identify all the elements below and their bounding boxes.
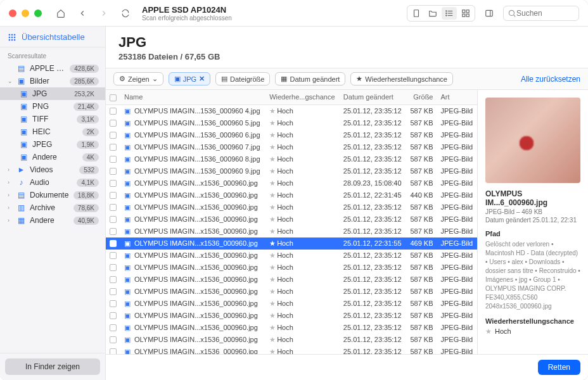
- sidebar-item-jpg[interactable]: ▣JPG253,2K: [0, 87, 105, 100]
- table-row[interactable]: ▣OLYMPUS IMAGIN...x1536_000960.jpg★Hoch2…: [106, 334, 477, 346]
- search-input[interactable]: [516, 9, 567, 18]
- row-checkbox[interactable]: [110, 264, 117, 271]
- table-row[interactable]: ▣OLYMPUS IMAGIN...1536_000960 7.jpg★Hoch…: [106, 141, 477, 153]
- table-row[interactable]: ▣OLYMPUS IMAGIN...x1536_000960.jpg★Hoch2…: [106, 225, 477, 238]
- chevron-icon[interactable]: ›: [8, 217, 13, 224]
- reset-filters-link[interactable]: Alle zurücksetzen: [521, 75, 580, 84]
- sidebar-item-videos[interactable]: ›►Videos532: [0, 163, 105, 176]
- sidebar-item-andere[interactable]: ▣Andere4K: [0, 151, 105, 163]
- row-checkbox[interactable]: [110, 180, 117, 187]
- remove-filter-icon[interactable]: ✕: [199, 75, 205, 83]
- search-field[interactable]: [503, 6, 579, 21]
- row-checkbox[interactable]: [110, 120, 117, 127]
- row-checkbox[interactable]: [110, 312, 117, 319]
- chevron-icon[interactable]: ›: [8, 179, 13, 186]
- sidebar-item-png[interactable]: ▣PNG21,4K: [0, 100, 105, 113]
- chevron-icon[interactable]: ›: [8, 192, 13, 198]
- view-document-icon[interactable]: [409, 7, 424, 20]
- sidebar-item-dokumente[interactable]: ›▤Dokumente18,8K: [0, 189, 105, 201]
- sidebar-item-archive[interactable]: ›▥Archive78,6K: [0, 201, 105, 214]
- table-row[interactable]: ▣OLYMPUS IMAGIN...x1536_000960.jpg★Hoch2…: [106, 262, 477, 274]
- table-row[interactable]: ▣OLYMPUS IMAGIN...x1536_000960.jpg★Hoch2…: [106, 201, 477, 213]
- row-checkbox[interactable]: [110, 108, 117, 115]
- filter-size-chip[interactable]: ▤ Dateigröße: [215, 72, 270, 86]
- file-date: 25.01.12, 23:35:12: [340, 298, 406, 310]
- file-name: OLYMPUS IMAGIN...1536_000960 8.jpg: [134, 155, 260, 163]
- row-checkbox[interactable]: [110, 192, 117, 199]
- file-type: JPEG-Bild: [437, 165, 477, 177]
- view-folder-icon[interactable]: [425, 7, 440, 20]
- sidebar-item-andere[interactable]: ›▦Andere40,9K: [0, 214, 105, 227]
- overview-table-link[interactable]: Übersichtstabelle: [0, 27, 105, 48]
- home-button[interactable]: [53, 6, 68, 21]
- row-checkbox[interactable]: [110, 132, 117, 139]
- refresh-icon[interactable]: [118, 6, 133, 21]
- sidebar-item-tiff[interactable]: ▣TIFF3,1K: [0, 113, 105, 125]
- file-icon: ▣: [124, 348, 132, 354]
- filter-date-chip[interactable]: ▦ Datum geändert: [275, 72, 345, 86]
- row-checkbox[interactable]: [110, 228, 117, 235]
- table-row[interactable]: ▣OLYMPUS IMAGIN...x1536_000960.jpg★Hoch2…: [106, 346, 477, 354]
- sidebar-item-jpeg[interactable]: ▣JPEG1,9K: [0, 138, 105, 151]
- table-row[interactable]: ▣OLYMPUS IMAGIN...1536_000960 4.jpg★Hoch…: [106, 104, 477, 117]
- sidebar-disk-item[interactable]: ▤ APPLE SSD AP... 428,6K: [0, 62, 105, 75]
- table-row[interactable]: ▣OLYMPUS IMAGIN...1536_000960 9.jpg★Hoch…: [106, 165, 477, 177]
- table-row[interactable]: ▣OLYMPUS IMAGIN...1536_000960 5.jpg★Hoch…: [106, 117, 477, 129]
- table-row[interactable]: ▣OLYMPUS IMAGIN...x1536_000960.jpg★Hoch2…: [106, 238, 477, 250]
- table-row[interactable]: ▣OLYMPUS IMAGIN...x1536_000960.jpg★Hoch2…: [106, 250, 477, 262]
- recover-button[interactable]: Retten: [538, 360, 580, 375]
- col-name[interactable]: Name: [120, 90, 265, 104]
- chevron-icon[interactable]: ›: [8, 167, 13, 173]
- row-checkbox[interactable]: [110, 288, 117, 295]
- table-row[interactable]: ▣OLYMPUS IMAGIN...x1536_000960.jpg★Hoch2…: [106, 213, 477, 225]
- col-chance[interactable]: Wiederhe...gschance: [265, 90, 340, 104]
- forward-button[interactable]: [96, 6, 112, 21]
- chevron-icon[interactable]: ›: [8, 205, 13, 211]
- table-row[interactable]: ▣OLYMPUS IMAGIN...x1536_000960.jpg★Hoch2…: [106, 322, 477, 334]
- row-checkbox[interactable]: [110, 156, 117, 163]
- row-checkbox[interactable]: [110, 240, 117, 247]
- table-row[interactable]: ▣OLYMPUS IMAGIN...x1536_000960.jpg★Hoch2…: [106, 298, 477, 310]
- file-date: 25.01.12, 23:35:12: [340, 117, 406, 129]
- table-row[interactable]: ▣OLYMPUS IMAGIN...x1536_000960.jpg★Hoch2…: [106, 310, 477, 322]
- close-window-icon[interactable]: [9, 10, 16, 17]
- filter-chance-chip[interactable]: ★ Wiederherstellungschance: [350, 72, 453, 86]
- table-row[interactable]: ▣OLYMPUS IMAGIN...1536_000960 6.jpg★Hoch…: [106, 129, 477, 141]
- col-size[interactable]: Größe: [406, 90, 437, 104]
- back-button[interactable]: [75, 6, 90, 21]
- row-checkbox[interactable]: [110, 348, 117, 354]
- row-checkbox[interactable]: [110, 276, 117, 283]
- table-row[interactable]: ▣OLYMPUS IMAGIN...x1536_000960.jpg★Hoch2…: [106, 189, 477, 201]
- view-grid-icon[interactable]: [458, 7, 473, 20]
- sidebar-item-audio[interactable]: ›♪Audio4,1K: [0, 176, 105, 189]
- row-checkbox[interactable]: [110, 204, 117, 211]
- view-list-icon[interactable]: [442, 7, 457, 20]
- toggle-preview-pane-icon[interactable]: [482, 6, 497, 21]
- table-row[interactable]: ▣OLYMPUS IMAGIN...1536_000960 8.jpg★Hoch…: [106, 153, 477, 165]
- sidebar-item-heic[interactable]: ▣HEIC2K: [0, 125, 105, 138]
- row-checkbox[interactable]: [110, 216, 117, 223]
- file-table[interactable]: Name Wiederhe...gschance Datum geändert …: [106, 90, 477, 354]
- select-all-header[interactable]: [106, 90, 120, 104]
- sidebar-item-bilder[interactable]: ⌄▣Bilder285,6K: [0, 75, 105, 87]
- category-icon: ▦: [16, 216, 26, 225]
- show-in-finder-button[interactable]: In Finder zeigen: [5, 358, 100, 375]
- table-row[interactable]: ▣OLYMPUS IMAGIN...x1536_000960.jpg★Hoch2…: [106, 286, 477, 298]
- row-checkbox[interactable]: [110, 300, 117, 307]
- minimize-window-icon[interactable]: [22, 10, 29, 17]
- row-checkbox[interactable]: [110, 144, 117, 151]
- file-date: 25.01.12, 23:35:12: [340, 274, 406, 286]
- row-checkbox[interactable]: [110, 336, 117, 343]
- maximize-window-icon[interactable]: [34, 10, 42, 17]
- row-checkbox[interactable]: [110, 252, 117, 259]
- filter-show-button[interactable]: ⚙ Zeigen ⌄: [113, 72, 163, 86]
- col-type[interactable]: Art: [437, 90, 477, 104]
- table-row[interactable]: ▣OLYMPUS IMAGIN...x1536_000960.jpg★Hoch2…: [106, 177, 477, 189]
- col-date[interactable]: Datum geändert: [340, 90, 406, 104]
- row-checkbox[interactable]: [110, 324, 117, 331]
- file-size: 587 KB: [406, 310, 437, 322]
- row-checkbox[interactable]: [110, 168, 117, 175]
- table-row[interactable]: ▣OLYMPUS IMAGIN...x1536_000960.jpg★Hoch2…: [106, 274, 477, 286]
- chevron-icon[interactable]: ⌄: [8, 78, 13, 84]
- filter-jpg-chip[interactable]: ▣ JPG ✕: [169, 72, 210, 86]
